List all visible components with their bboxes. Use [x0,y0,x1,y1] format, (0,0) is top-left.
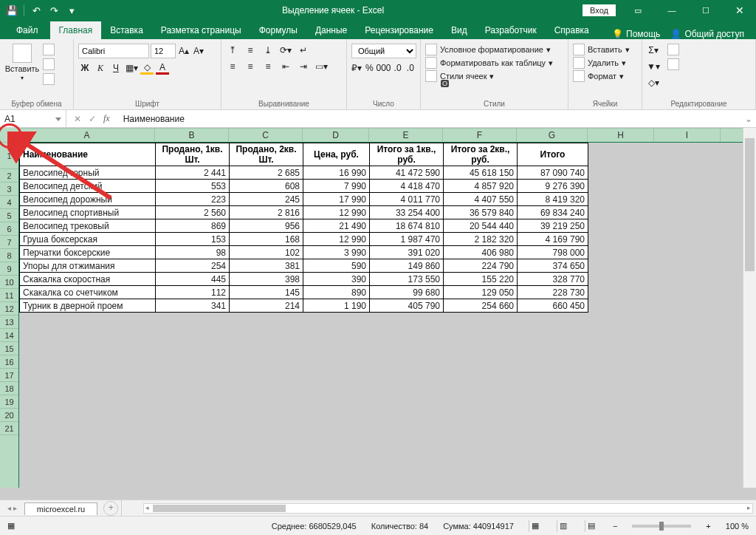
borders-icon[interactable]: ▦▾ [125,61,138,75]
align-middle-icon[interactable]: ≡ [244,44,257,57]
horizontal-scrollbar[interactable]: ◂▸ [143,503,753,514]
zoom-level[interactable]: 100 % [726,522,749,531]
view-normal-icon[interactable]: ▦ [529,520,542,532]
group-align: Выравнивание [226,98,342,108]
tab-review[interactable]: Рецензирование [356,21,442,39]
group-font: Шрифт [78,98,216,108]
sort-icon[interactable] [667,44,679,55]
sheet-nav[interactable]: ◂ ▸ [0,504,24,512]
format-cells-icon [573,70,585,82]
tab-help[interactable]: Справка [546,21,598,39]
font-name[interactable] [78,44,149,58]
group-clipboard: Буфер обмена [4,98,69,108]
sheet-tab-active[interactable]: microexcel.ru [24,502,97,515]
font-color-icon[interactable]: A [156,61,169,75]
orientation-icon[interactable]: ⟳▾ [279,44,292,57]
align-top-icon[interactable]: ⤒ [226,44,239,57]
name-box[interactable]: A1 [0,110,66,127]
autosum-icon[interactable]: Σ▾ [647,44,660,57]
italic-button[interactable]: К [94,61,107,75]
ribbon-options-icon[interactable]: ▭ [622,0,654,21]
underline-button[interactable]: Ч [109,61,123,75]
minimize-button[interactable]: — [656,0,688,21]
clear-icon[interactable]: ◇▾ [647,76,660,89]
indent-dec-icon[interactable]: ⇤ [279,60,292,73]
select-all-button[interactable] [0,128,19,143]
close-button[interactable]: ✕ [724,0,756,21]
undo-icon[interactable]: ↶ [30,4,42,16]
group-number: Число [351,98,416,108]
delete-cells-icon [573,57,585,69]
tab-layout[interactable]: Разметка страницы [152,21,250,39]
shrink-font-icon[interactable]: A▾ [192,44,205,58]
format-cells-button[interactable]: Формат▾ [573,70,624,82]
column-headers[interactable]: ABCDEFGHI [19,128,743,143]
cell-styles-button[interactable]: Стили ячеек▾ [425,70,494,82]
redo-icon[interactable]: ↷ [48,4,60,16]
wrap-text-icon[interactable]: ↵ [297,44,310,57]
fill-icon[interactable]: ▼▾ [647,60,660,73]
status-sum: Сумма: 440914917 [443,522,514,531]
tab-home[interactable]: Главная [50,21,102,39]
zoom-in-button[interactable]: + [706,522,710,531]
paste-icon [13,44,32,63]
cut-icon[interactable] [43,44,55,55]
fx-icon[interactable]: fx [103,113,110,124]
delete-cells-button[interactable]: Удалить▾ [573,57,626,69]
save-icon[interactable]: 💾 [6,4,18,16]
align-bottom-icon[interactable]: ⤓ [261,44,275,57]
comma-icon[interactable]: 000 [377,61,391,75]
tab-file[interactable]: Файл [4,21,50,39]
status-mode-icon: ▦ [7,521,15,531]
grow-font-icon[interactable]: A▴ [177,44,190,58]
align-right-icon[interactable]: ≡ [261,60,275,73]
expand-formula-icon[interactable]: ⌄ [741,114,756,124]
fill-color-icon[interactable]: ◇ [140,61,154,75]
view-break-icon[interactable]: ▤ [585,520,598,532]
tab-insert[interactable]: Вставка [101,21,152,39]
ribbon: О Вставить▾ Буфер обмена A▴ A▾ Ж [0,39,756,110]
zoom-slider[interactable] [632,525,691,528]
dec-decimal-icon[interactable]: .0 [405,61,416,75]
bold-button[interactable]: Ж [78,61,92,75]
tab-data[interactable]: Данные [306,21,356,39]
share-button[interactable]: 👤 Общий доступ [670,29,744,39]
ribbon-tabs: Файл Главная Вставка Разметка страницы Ф… [0,21,756,39]
cond-format-button[interactable]: Условное форматирование▾ [425,44,551,55]
tab-dev[interactable]: Разработчик [476,21,546,39]
view-layout-icon[interactable]: ▥ [557,520,570,532]
signin-button[interactable]: Вход [583,4,616,16]
format-table-button[interactable]: Форматировать как таблицу▾ [425,57,553,69]
tell-me[interactable]: 💡 Помощь [612,29,660,39]
enter-formula-icon[interactable]: ✓ [89,114,96,124]
formula-input[interactable]: Наименование [117,114,741,124]
vertical-scrollbar[interactable] [743,128,756,488]
zoom-out-button[interactable]: − [613,522,617,531]
insert-cells-button[interactable]: Вставить▾ [573,44,630,55]
status-bar: ▦ Среднее: 6680529,045 Количество: 84 Су… [0,516,756,535]
copy-icon[interactable] [43,58,55,70]
cancel-formula-icon[interactable]: ✕ [74,114,81,124]
currency-icon[interactable]: ₽▾ [351,61,362,75]
status-count: Количество: 84 [371,522,428,531]
paste-button[interactable]: Вставить▾ [4,44,40,81]
number-format[interactable]: Общий [351,44,416,58]
format-painter-icon[interactable] [43,73,55,85]
qat-more-icon[interactable]: ▾ [66,4,78,16]
status-average: Среднее: 6680529,045 [272,522,357,531]
font-size[interactable] [151,44,176,58]
percent-icon[interactable]: % [364,61,374,75]
tab-formulas[interactable]: Формулы [250,21,306,39]
inc-decimal-icon[interactable]: .0 [393,61,403,75]
find-icon[interactable] [667,58,679,70]
spreadsheet-grid: ABCDEFGHI 123456789101112131415161718192… [0,128,756,500]
row-headers[interactable]: 123456789101112131415161718192021 [0,143,19,488]
align-left-icon[interactable]: ≡ [226,60,239,73]
align-center-icon[interactable]: ≡ [244,60,257,73]
cells-area[interactable]: НаименованиеПродано, 1кв. Шт.Продано, 2к… [19,143,743,488]
maximize-button[interactable]: ☐ [690,0,722,21]
merge-icon[interactable]: ▭▾ [315,60,328,73]
tab-view[interactable]: Вид [442,21,476,39]
add-sheet-button[interactable]: + [103,501,118,516]
indent-inc-icon[interactable]: ⇥ [297,60,310,73]
